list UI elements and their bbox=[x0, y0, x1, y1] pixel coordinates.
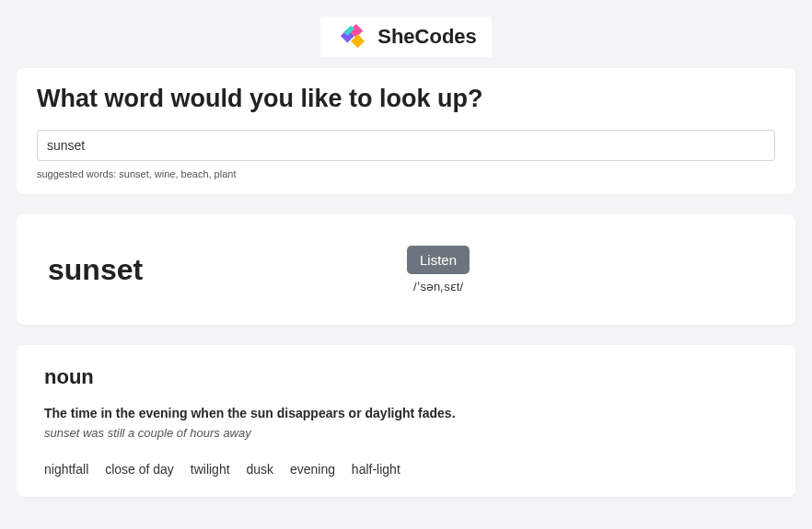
header: SheCodes bbox=[17, 9, 795, 68]
synonym: evening bbox=[290, 462, 335, 477]
part-of-speech: noun bbox=[44, 365, 768, 389]
search-input[interactable] bbox=[37, 130, 775, 161]
listen-button[interactable]: Listen bbox=[407, 246, 470, 274]
example-text: sunset was still a couple of hours away bbox=[44, 426, 768, 440]
suggested-words: suggested words: sunset, wine, beach, pl… bbox=[37, 168, 775, 179]
synonym: nightfall bbox=[44, 462, 88, 477]
result-word: sunset bbox=[48, 253, 370, 287]
pronunciation-block: Listen /ˈsənˌsɛt/ bbox=[407, 246, 470, 293]
brand-icon bbox=[335, 24, 370, 50]
search-heading: What word would you like to look up? bbox=[37, 85, 775, 113]
synonym: half-light bbox=[352, 462, 400, 477]
definition-text: The time in the evening when the sun dis… bbox=[44, 406, 768, 420]
search-card: What word would you like to look up? sug… bbox=[17, 68, 795, 194]
meaning-card: noun The time in the evening when the su… bbox=[17, 345, 795, 497]
brand-logo: SheCodes bbox=[320, 17, 492, 57]
result-card: sunset Listen /ˈsənˌsɛt/ bbox=[17, 214, 795, 325]
brand-name: SheCodes bbox=[377, 25, 477, 49]
phonetic-text: /ˈsənˌsɛt/ bbox=[407, 280, 470, 293]
synonym: close of day bbox=[105, 462, 174, 477]
synonyms-list: nightfall close of day twilight dusk eve… bbox=[44, 462, 768, 477]
synonym: dusk bbox=[246, 462, 273, 477]
synonym: twilight bbox=[191, 462, 230, 477]
